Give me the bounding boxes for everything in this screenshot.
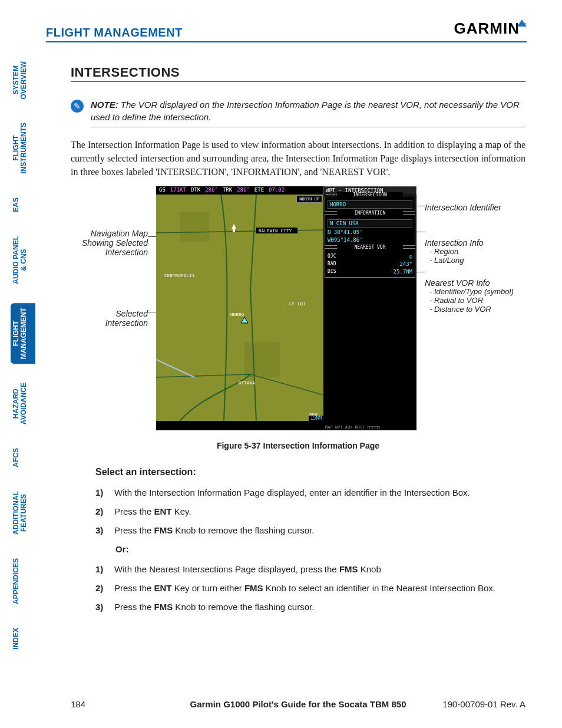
- box-vor-title: NEAREST VOR: [337, 245, 403, 250]
- ete-label: ETE: [254, 187, 264, 194]
- callout-selected-intersection: Selected Intersection: [71, 309, 148, 328]
- trk-label: TRK: [223, 187, 232, 194]
- step-b2: 2)Press the ENT Key or turn either FMS K…: [95, 581, 525, 595]
- figure-caption: Figure 5-37 Intersection Information Pag…: [71, 441, 525, 450]
- box-info-lat: N 38°41.05': [328, 229, 363, 235]
- callout-intersection-info: Intersection Info - Region - Lat/Long: [425, 229, 484, 275]
- note-icon: ✎: [71, 100, 84, 113]
- step-num: 2): [95, 505, 107, 519]
- garmin-logo: GARMIN ™: [454, 19, 527, 39]
- vor-symbol-icon: ◎: [409, 253, 412, 259]
- note-text: NOTE: The VOR displayed on the Intersect…: [91, 98, 525, 127]
- svg-rect-2: [244, 342, 280, 377]
- step-num: 1): [95, 562, 107, 577]
- step-text: Press the FMS Knob to remove the flashin…: [114, 523, 314, 538]
- box-intersection: INTERSECTION HORRO: [325, 196, 415, 212]
- box-info-region: N CEN USA: [328, 219, 412, 228]
- tab-additional-features[interactable]: ADDITIONAL FEATURES: [11, 486, 35, 539]
- step-num: 3): [95, 523, 107, 538]
- map-label-centropolis: CENTROPOLIS: [164, 274, 195, 278]
- ete-value: 07:02: [269, 187, 285, 194]
- intro-paragraph: The Intersection Information Page is use…: [71, 138, 525, 179]
- page-header: FLIGHT MANAGEMENT GARMIN ™: [46, 26, 527, 42]
- page-footer: 184 Garmin G1000 Pilot's Guide for the S…: [71, 699, 525, 709]
- mfd-bottom-bar: MAP WPT AUX NRST □□□□□: [323, 424, 416, 430]
- tab-index[interactable]: INDEX: [11, 623, 35, 654]
- callout-info-sub: - Region - Lat/Long: [429, 248, 484, 265]
- mfd-map: BALDWIN CITY CENTROPOLIS HORRO LE LOI OT…: [156, 195, 323, 421]
- tab-eas[interactable]: EAS: [11, 193, 35, 217]
- step-num: 1): [95, 486, 107, 500]
- trk-value: 286°: [237, 187, 250, 194]
- callout-nearest-vor: Nearest VOR Info - Identifier/Type (symb…: [425, 269, 514, 324]
- map-label-horro: HORRO: [230, 312, 244, 317]
- callout-vor-sub: - Identifier/Type (symbol) - Radial to V…: [429, 288, 514, 314]
- map-label-ottawa: OTTAWA: [239, 381, 256, 386]
- box-information-title: INFORMATION: [337, 210, 403, 216]
- svg-rect-1: [180, 212, 209, 242]
- gs-value: 171KT: [170, 187, 186, 194]
- callout-intersection-identifier: Intersection Identifier: [425, 203, 501, 212]
- tab-system-overview[interactable]: SYSTEM OVERVIEW: [11, 57, 35, 104]
- page-number: 184: [71, 699, 85, 709]
- tab-audio-panel-cns[interactable]: AUDIO PANEL & CNS: [11, 231, 35, 289]
- page-content: INTERSECTIONS ✎ NOTE: The VOR displayed …: [71, 65, 525, 619]
- callout-vor-title: Nearest VOR Info: [425, 278, 490, 288]
- tab-hazard-avoidance[interactable]: HAZARD AVOIDANCE: [11, 378, 35, 429]
- step-num: 2): [95, 581, 107, 595]
- step-text: With the Nearest Intersections Page disp…: [114, 562, 381, 577]
- mfd-screen: GS171KT DTK286° TRK286° ETE07:02 WPT - I…: [156, 186, 416, 430]
- map-zoom: 15NM: [309, 416, 323, 421]
- mfd-side-panel: INTERSECTION HORRO INFORMATION N CEN USA…: [323, 195, 416, 429]
- brand-word: GARMIN: [454, 19, 520, 38]
- vor-rad: 243°: [399, 261, 412, 267]
- procedure-title: Select an intersection:: [95, 467, 525, 477]
- box-information: INFORMATION N CEN USA N 38°41.05' W095°1…: [325, 214, 415, 246]
- section-label: FLIGHT MANAGEMENT: [46, 26, 183, 39]
- step-a2: 2)Press the ENT Key.: [95, 505, 525, 519]
- vor-id: OJC: [328, 253, 336, 259]
- procedure-list-a: 1)With the Intersection Information Page…: [95, 486, 525, 614]
- step-text: With the Intersection Information Page d…: [114, 486, 470, 500]
- tab-flight-management[interactable]: FLIGHT MANAGEMENT: [11, 303, 35, 364]
- dtk-value: 286°: [205, 187, 218, 194]
- step-a3: 3)Press the FMS Knob to remove the flash…: [95, 523, 525, 538]
- map-label-baldwin: BALDWIN CITY: [259, 229, 292, 233]
- footer-title: Garmin G1000 Pilot's Guide for the Socat…: [190, 699, 406, 709]
- note-block: ✎ NOTE: The VOR displayed on the Interse…: [71, 98, 525, 127]
- garmin-delta-icon: [517, 19, 527, 27]
- heading-intersections: INTERSECTIONS: [71, 65, 525, 82]
- step-text: Press the ENT Key.: [114, 505, 191, 519]
- tab-flight-instruments[interactable]: FLIGHT INSTRUMENTS: [11, 118, 35, 179]
- procedure-or: Or:: [115, 542, 525, 556]
- box-intersection-value: HORRO: [328, 200, 412, 209]
- gs-label: GS: [159, 187, 166, 194]
- callout-nav-map: Navigation Map Showing Selected Intersec…: [71, 229, 148, 257]
- box-intersection-title: INTERSECTION: [337, 192, 403, 197]
- footer-rev: 190-00709-01 Rev. A: [442, 699, 525, 709]
- note-label: NOTE:: [91, 100, 118, 110]
- step-b1: 1)With the Nearest Intersections Page di…: [95, 562, 525, 577]
- box-info-lon: W095°14.86': [328, 237, 363, 243]
- dtk-label: DTK: [191, 187, 200, 194]
- map-label-leloi: LE LOI: [289, 302, 306, 307]
- box-nearest-vor: NEAREST VOR OJC◎ RAD243° DIS25.7NM: [325, 248, 415, 278]
- vor-dis-label: DIS: [328, 269, 336, 275]
- step-num: 3): [95, 600, 107, 614]
- vor-dis: 25.7NM: [393, 269, 412, 275]
- vor-rad-label: RAD: [328, 261, 336, 267]
- side-tabs: SYSTEM OVERVIEW FLIGHT INSTRUMENTS EAS A…: [11, 57, 35, 654]
- north-up-indicator: NORTH UP: [296, 196, 322, 203]
- step-a1: 1)With the Intersection Information Page…: [95, 486, 525, 500]
- figure-5-37: Navigation Map Showing Selected Intersec…: [71, 186, 525, 434]
- step-b3: 3)Press the FMS Knob to remove the flash…: [95, 600, 525, 614]
- note-body: The VOR displayed on the Intersection In…: [91, 100, 520, 122]
- step-text: Press the ENT Key or turn either FMS Kno…: [114, 581, 495, 595]
- tab-afcs[interactable]: AFCS: [11, 443, 35, 472]
- step-text: Press the FMS Knob to remove the flashin…: [114, 600, 314, 614]
- tab-appendices[interactable]: APPENDICES: [11, 554, 35, 609]
- callout-info-title: Intersection Info: [425, 238, 484, 248]
